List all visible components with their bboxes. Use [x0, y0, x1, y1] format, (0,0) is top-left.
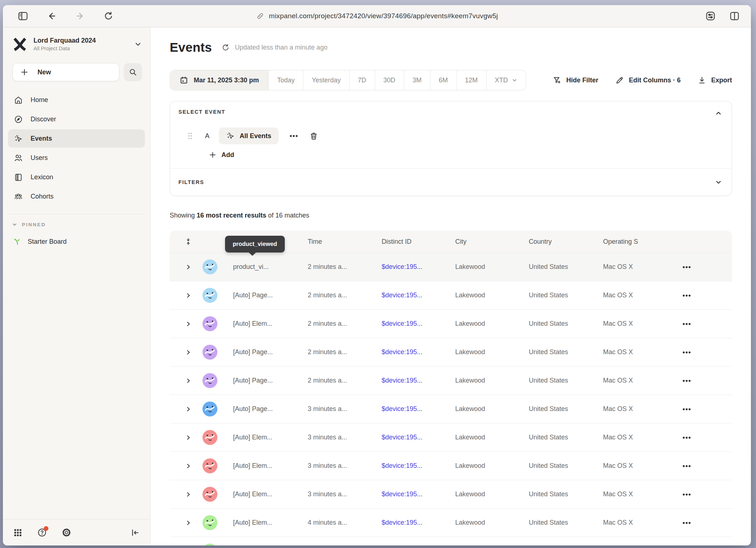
distinct-id-link[interactable]: $device:195 [382, 320, 417, 327]
expand-row-button[interactable] [170, 434, 202, 441]
sidebar-item-events[interactable]: Events [8, 129, 145, 148]
distinct-id-link[interactable]: $device:195 [382, 434, 417, 441]
table-row[interactable]: [Auto] Page... 3 minutes a... $device:19… [170, 395, 732, 423]
pinned-section-header[interactable]: PINNED [12, 222, 145, 227]
expand-row-button[interactable] [170, 349, 202, 356]
expand-filters-icon[interactable] [714, 178, 723, 187]
range-30d[interactable]: 30D [375, 70, 404, 90]
distinct-id-link[interactable]: $device:195 [382, 519, 417, 526]
table-row[interactable]: [Auto] Elem... 4 minutes a... $device:19… [170, 537, 732, 545]
edit-columns-button[interactable]: Edit Columns · 6 [615, 76, 681, 85]
export-button[interactable]: Export [697, 76, 732, 85]
event-name[interactable]: [Auto] Page... [233, 291, 308, 299]
distinct-id-link[interactable]: $device:195 [382, 462, 417, 469]
add-event-button[interactable]: Add [209, 151, 234, 159]
column-country[interactable]: Country [529, 238, 603, 246]
search-button[interactable] [124, 63, 142, 81]
date-picker-button[interactable]: Mar 11, 2025 3:30 pm [170, 70, 269, 90]
refresh-icon[interactable] [221, 43, 230, 52]
column-time[interactable]: Time [308, 238, 382, 246]
range-today[interactable]: Today [269, 70, 303, 90]
row-actions-button[interactable]: ••• [682, 491, 691, 498]
expand-row-button[interactable] [170, 292, 202, 299]
column-distinct-id[interactable]: Distinct ID [382, 238, 455, 246]
range-yesterday[interactable]: Yesterday [303, 70, 349, 90]
distinct-id-link[interactable]: $device:195 [382, 348, 417, 356]
event-selector-button[interactable]: All Events [219, 128, 279, 144]
distinct-id-link[interactable]: $device:195 [382, 291, 417, 299]
sidebar-item-starter-board[interactable]: Starter Board [8, 232, 145, 251]
table-row[interactable]: [Auto] Page... 2 minutes a... $device:19… [170, 366, 732, 395]
distinct-id-link[interactable]: $device:195 [382, 490, 417, 498]
event-name[interactable]: [Auto] Elem... [233, 320, 308, 328]
event-name[interactable]: [Auto] Page... [233, 348, 308, 356]
distinct-id-link[interactable]: $device:195 [382, 405, 417, 412]
split-view-icon[interactable] [729, 11, 740, 21]
browser-sidebar-toggle-icon[interactable] [17, 11, 28, 21]
page-settings-icon[interactable] [705, 11, 716, 21]
sidebar-item-discover[interactable]: Discover [8, 110, 145, 128]
expand-row-button[interactable] [170, 321, 202, 327]
sidebar-item-home[interactable]: Home [8, 91, 145, 109]
table-row[interactable]: [Auto] Elem... 3 minutes a... $device:19… [170, 480, 732, 508]
help-button[interactable] [37, 528, 47, 537]
row-actions-button[interactable]: ••• [682, 320, 691, 328]
project-switcher[interactable]: Lord Farquaad 2024 All Project Data [12, 36, 142, 52]
event-name[interactable]: [Auto] Page... [233, 405, 308, 413]
settings-gear-icon[interactable] [62, 528, 71, 537]
event-more-options-button[interactable]: ••• [288, 132, 300, 140]
table-row[interactable]: [Auto] Page... 2 minutes a... $device:19… [170, 338, 732, 366]
sidebar-item-lexicon[interactable]: Lexicon [8, 168, 145, 186]
table-row[interactable]: [Auto] Elem... 2 minutes a... $device:19… [170, 309, 732, 338]
drag-handle-icon[interactable] [188, 132, 193, 140]
range-12m[interactable]: 12M [457, 70, 487, 90]
distinct-id-link[interactable]: $device:195 [382, 377, 417, 384]
row-actions-button[interactable]: ••• [682, 406, 691, 413]
new-button[interactable]: New [12, 63, 119, 81]
event-name[interactable]: [Auto] Elem... [233, 490, 308, 498]
collapse-section-icon[interactable] [714, 109, 723, 118]
expand-row-button[interactable] [170, 520, 202, 526]
row-actions-button[interactable]: ••• [682, 349, 691, 356]
sidebar-item-cohorts[interactable]: Cohorts [8, 187, 145, 206]
expand-row-button[interactable] [170, 463, 202, 469]
event-name[interactable]: product_vi... [233, 263, 308, 271]
table-row[interactable]: product_vi... 2 minutes a... $device:195… [170, 253, 732, 281]
distinct-id-link[interactable]: $device:195 [382, 263, 417, 270]
range-6m[interactable]: 6M [430, 70, 457, 90]
range-7d[interactable]: 7D [350, 70, 375, 90]
expand-row-button[interactable] [170, 406, 202, 412]
compass-icon [14, 115, 23, 124]
collapse-all-rows-icon[interactable] [170, 238, 202, 246]
column-city[interactable]: City [455, 238, 529, 246]
row-actions-button[interactable]: ••• [682, 434, 691, 441]
row-actions-button[interactable]: ••• [682, 377, 691, 384]
expand-row-button[interactable] [170, 491, 202, 498]
column-operating-system[interactable]: Operating S [603, 238, 654, 246]
hide-filter-button[interactable]: Hide Filter [552, 76, 598, 85]
table-row[interactable]: [Auto] Page... 2 minutes a... $device:19… [170, 281, 732, 309]
table-row[interactable]: [Auto] Elem... 3 minutes a... $device:19… [170, 423, 732, 451]
table-row[interactable]: [Auto] Elem... 4 minutes a... $device:19… [170, 508, 732, 537]
row-actions-button[interactable]: ••• [682, 519, 691, 527]
trash-icon[interactable] [309, 132, 318, 141]
event-name[interactable]: [Auto] Elem... [233, 462, 308, 470]
apps-grid-icon[interactable] [13, 528, 23, 537]
event-name[interactable]: [Auto] Page... [233, 377, 308, 384]
url-text[interactable]: mixpanel.com/project/3472420/view/397469… [269, 12, 498, 20]
expand-row-button[interactable] [170, 377, 202, 384]
event-name[interactable]: [Auto] Elem... [233, 434, 308, 441]
event-name[interactable]: [Auto] Elem... [233, 519, 308, 527]
table-row[interactable]: [Auto] Elem... 3 minutes a... $device:19… [170, 451, 732, 480]
collapse-sidebar-icon[interactable] [130, 528, 140, 537]
row-actions-button[interactable]: ••• [682, 263, 691, 271]
forward-button-icon[interactable] [75, 11, 85, 21]
expand-row-button[interactable] [170, 264, 202, 270]
row-actions-button[interactable]: ••• [682, 292, 691, 299]
reload-button-icon[interactable] [103, 11, 114, 21]
range-xtd[interactable]: XTD [487, 70, 526, 90]
row-actions-button[interactable]: ••• [682, 462, 691, 470]
range-3m[interactable]: 3M [404, 70, 430, 90]
sidebar-item-users[interactable]: Users [8, 149, 145, 167]
back-button-icon[interactable] [47, 11, 57, 21]
